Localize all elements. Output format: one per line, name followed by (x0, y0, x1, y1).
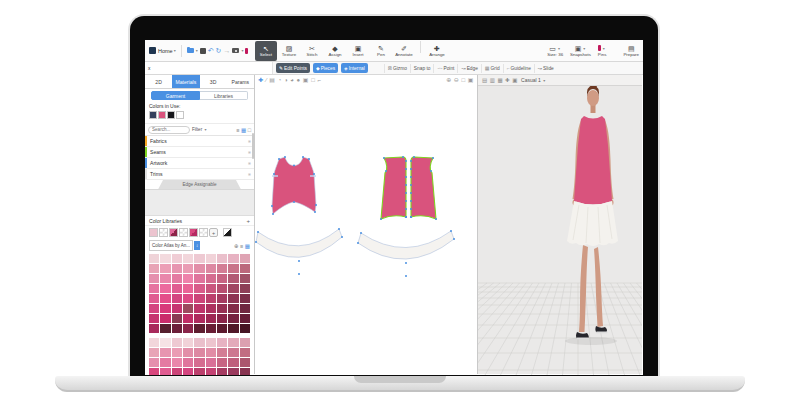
palette-cell[interactable] (172, 254, 182, 263)
tool-pen[interactable]: ✎Pen (370, 41, 392, 61)
palette-cell[interactable] (194, 294, 204, 303)
section-list-icon[interactable]: ≡ (248, 139, 251, 144)
search-input[interactable] (148, 126, 190, 134)
section-list-icon[interactable]: ≡ (248, 172, 251, 177)
palette-cell[interactable] (160, 314, 170, 323)
palette-cell[interactable] (183, 368, 193, 375)
palette-cell[interactable] (240, 338, 250, 347)
avatar[interactable] (567, 82, 618, 340)
palette-cell[interactable] (240, 314, 250, 323)
tool-insert[interactable]: ▣Insert (347, 41, 369, 61)
palette-cell[interactable] (194, 358, 204, 367)
palette-cell[interactable] (149, 368, 159, 375)
avatar-3d-view[interactable]: ▤ ▥ ▦ ✚ ▣ Casual 1 ▾ (478, 75, 642, 374)
palette-cell[interactable] (194, 254, 204, 263)
palette-cell[interactable] (228, 304, 238, 313)
palette-cell[interactable] (183, 324, 193, 333)
add-library-icon[interactable]: + (246, 218, 250, 224)
section-trims[interactable]: Trims≡ (145, 169, 254, 180)
color-swatch[interactable] (149, 111, 157, 119)
tool-annotate[interactable]: ✐Annotate (393, 41, 415, 61)
camera-icon[interactable] (232, 48, 239, 53)
palette-cell[interactable] (228, 338, 238, 347)
palette-cell[interactable] (240, 264, 250, 273)
sidebar-scrollbar[interactable] (252, 133, 254, 159)
palette-cell[interactable] (194, 274, 204, 283)
toggle-guideline[interactable]: ⌐Guideline (503, 64, 534, 73)
control-prepare[interactable]: ▤Prepare (623, 45, 639, 57)
palette-cell[interactable] (160, 324, 170, 333)
palette-cell[interactable] (240, 304, 250, 313)
palette-cell[interactable] (217, 338, 227, 347)
filter-dropdown[interactable]: Filter ▾ (192, 127, 208, 132)
toggle-slide[interactable]: ↝Slide (534, 64, 557, 73)
palette-cell[interactable] (240, 358, 250, 367)
palette-cell[interactable] (228, 284, 238, 293)
palette-cell[interactable] (149, 314, 159, 323)
tool-select[interactable]: ↖Select (255, 41, 277, 61)
palette-cell[interactable] (217, 274, 227, 283)
palette-cell[interactable] (149, 338, 159, 347)
palette-cell[interactable] (240, 294, 250, 303)
toggle-gizmo[interactable]: ⊠Gizmo (384, 64, 410, 73)
palette-cell[interactable] (194, 324, 204, 333)
palette-cell[interactable] (217, 264, 227, 273)
color-swatch[interactable] (176, 111, 184, 119)
bw-swatch[interactable] (223, 228, 232, 237)
library-swatch[interactable] (169, 228, 178, 237)
palette-cell[interactable] (160, 264, 170, 273)
palette-cell[interactable] (206, 368, 216, 375)
palette-cell[interactable] (183, 304, 193, 313)
palette-cell[interactable] (194, 284, 204, 293)
list-icon[interactable]: ≡ (240, 243, 243, 249)
palette-cell[interactable] (183, 358, 193, 367)
save-icon[interactable] (200, 48, 206, 54)
palette-cell[interactable] (228, 358, 238, 367)
pieces-button[interactable]: ◆ Pieces (313, 63, 338, 73)
palette-cell[interactable] (160, 338, 170, 347)
search-icon[interactable]: ⊕ (234, 243, 239, 249)
palette-cell[interactable] (228, 294, 238, 303)
palette-cell[interactable] (217, 348, 227, 357)
palette-cell[interactable] (206, 358, 216, 367)
palette-cell[interactable] (160, 254, 170, 263)
tool-assign[interactable]: ◆Assign (324, 41, 346, 61)
palette-cell[interactable] (149, 254, 159, 263)
palette-cell[interactable] (172, 368, 182, 375)
palette-cell[interactable] (194, 264, 204, 273)
marker-icon[interactable] (245, 48, 248, 54)
library-swatch[interactable] (159, 228, 168, 237)
color-atlas-dropdown[interactable]: Color Atlas by An... (149, 240, 193, 251)
3d-canvas[interactable] (478, 75, 642, 375)
subtab-libraries[interactable]: Libraries (200, 91, 248, 100)
palette-cell[interactable] (183, 338, 193, 347)
palette-cell[interactable] (240, 274, 250, 283)
toggle-point[interactable]: -◦-Point (433, 64, 457, 73)
palette-cell[interactable] (228, 274, 238, 283)
palette-cell[interactable] (149, 304, 159, 313)
tab-params[interactable]: Params (227, 75, 254, 88)
color-libraries-header[interactable]: Color Libraries + (145, 215, 254, 226)
palette-cell[interactable] (160, 358, 170, 367)
tool-stitch[interactable]: ✂Stitch (301, 41, 323, 61)
palette-cell[interactable] (228, 254, 238, 263)
pattern-canvas[interactable] (255, 75, 478, 375)
palette-cell[interactable] (160, 284, 170, 293)
palette-cell[interactable] (217, 368, 227, 375)
palette-cell[interactable] (240, 348, 250, 357)
palette-cell[interactable] (172, 264, 182, 273)
library-swatch[interactable] (189, 228, 198, 237)
palette-cell[interactable] (160, 304, 170, 313)
palette-cell[interactable] (217, 324, 227, 333)
palette-cell[interactable] (217, 294, 227, 303)
pattern-2d-view[interactable]: ✚ ∕ ▤ ◔ ◑ ◕ ● ▣ □ ⌐ ⊕ ⊖ □ ▣ (255, 75, 478, 374)
palette-cell[interactable] (172, 284, 182, 293)
section-list-icon[interactable]: ≡ (248, 161, 251, 166)
palette-cell[interactable] (194, 348, 204, 357)
palette-cell[interactable] (172, 338, 182, 347)
palette-cell[interactable] (206, 314, 216, 323)
palette-cell[interactable] (149, 294, 159, 303)
toggle-snap-to[interactable]: Snap to (410, 64, 434, 73)
open-folder-icon[interactable] (187, 48, 194, 53)
panel-view-icon[interactable]: □ (248, 127, 251, 133)
